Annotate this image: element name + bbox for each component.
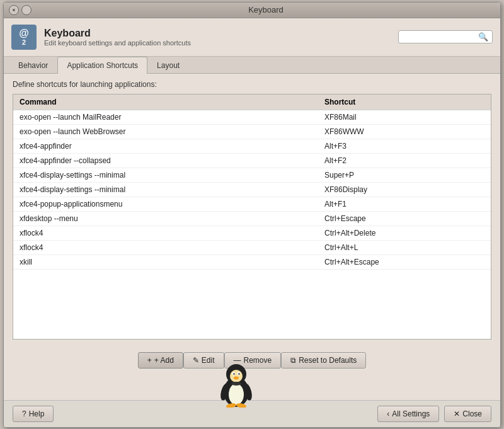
cell-shortcut: Ctrl+Alt+Escape <box>318 255 491 269</box>
app-header: @ 2 Keyboard Edit keyboard settings and … <box>4 18 500 57</box>
add-button[interactable]: + + Add <box>138 352 183 369</box>
column-shortcut: Shortcut <box>318 94 491 110</box>
app-icon: @ 2 <box>11 25 37 50</box>
app-title: Keyboard <box>44 28 191 39</box>
cell-command: xfdesktop --menu <box>13 211 318 226</box>
window-controls: × <box>9 5 32 15</box>
search-icon: 🔍 <box>478 32 488 42</box>
help-icon: ? <box>22 409 26 418</box>
cell-command: xfce4-popup-applicationsmenu <box>13 197 318 211</box>
table-body: exo-open --launch MailReaderXF86Mailexo-… <box>13 110 491 269</box>
content-description: Define shortcuts for launching applicati… <box>13 80 491 89</box>
cell-shortcut: Ctrl+Alt+Delete <box>318 226 491 240</box>
help-button[interactable]: ? Help <box>13 406 54 422</box>
table-row[interactable]: xfdesktop --menuCtrl+Escape <box>13 211 491 226</box>
cell-shortcut: XF86WWW <box>318 124 491 139</box>
app-subtitle: Edit keyboard settings and application s… <box>44 39 191 47</box>
close-icon: ✕ <box>454 409 460 418</box>
tab-application-shortcuts[interactable]: Application Shortcuts <box>57 57 147 74</box>
svg-point-11 <box>219 382 231 401</box>
cell-command: exo-open --launch MailReader <box>13 110 318 124</box>
minimize-btn[interactable] <box>21 5 32 15</box>
cell-command: xfce4-appfinder <box>13 139 318 153</box>
svg-point-10 <box>234 376 239 379</box>
cell-command: xkill <box>13 255 318 269</box>
button-row: + + Add ✎ Edit — Remove ⧉ Reset to Defau… <box>4 346 500 400</box>
close-window-btn[interactable]: × <box>9 5 19 15</box>
table-row[interactable]: xfce4-appfinderAlt+F3 <box>13 139 491 153</box>
cell-command: xflock4 <box>13 226 318 240</box>
table-row[interactable]: xflock4Ctrl+Alt+Delete <box>13 226 491 240</box>
svg-point-9 <box>239 373 240 374</box>
add-icon: + <box>147 356 152 365</box>
window-title: Keyboard <box>37 5 495 14</box>
cell-shortcut: Ctrl+Escape <box>318 211 491 226</box>
column-command: Command <box>13 94 318 110</box>
edit-icon: ✎ <box>193 356 199 365</box>
cell-shortcut: Alt+F3 <box>318 139 491 153</box>
svg-point-8 <box>234 373 235 374</box>
search-box[interactable]: 🔍 <box>398 30 493 43</box>
reset-button[interactable]: ⧉ Reset to Defaults <box>281 352 366 369</box>
footer-right: ‹ All Settings ✕ Close <box>377 406 491 422</box>
close-button[interactable]: ✕ Close <box>444 406 491 422</box>
shortcuts-table-container: Command Shortcut exo-open --launch MailR… <box>13 94 491 340</box>
table-row[interactable]: xfce4-appfinder --collapsedAlt+F2 <box>13 153 491 168</box>
table-row[interactable]: exo-open --launch WebBrowserXF86WWW <box>13 124 491 139</box>
svg-point-4 <box>232 372 236 375</box>
svg-point-3 <box>230 370 243 382</box>
cell-command: xfce4-display-settings --minimal <box>13 182 318 197</box>
remove-button[interactable]: — Remove <box>224 352 282 369</box>
table-row[interactable]: exo-open --launch MailReaderXF86Mail <box>13 110 491 124</box>
content-area: Define shortcuts for launching applicati… <box>4 74 500 346</box>
reset-icon: ⧉ <box>290 356 296 365</box>
remove-icon: — <box>234 356 241 365</box>
edit-button[interactable]: ✎ Edit <box>183 352 224 369</box>
cell-shortcut: XF86Mail <box>318 110 491 124</box>
footer: ? Help ‹ All Settings ✕ Close <box>4 400 500 427</box>
tab-bar: Behavior Application Shortcuts Layout <box>4 57 500 74</box>
tab-layout[interactable]: Layout <box>147 57 189 74</box>
svg-point-7 <box>238 373 239 374</box>
svg-point-12 <box>242 382 254 401</box>
titlebar: × Keyboard <box>4 3 500 18</box>
table-row[interactable]: xkillCtrl+Alt+Escape <box>13 255 491 269</box>
table-row[interactable]: xfce4-popup-applicationsmenuAlt+F1 <box>13 197 491 211</box>
cell-command: xfce4-display-settings --minimal <box>13 168 318 182</box>
table-row[interactable]: xfce4-display-settings --minimalSuper+P <box>13 168 491 182</box>
shortcuts-table: Command Shortcut exo-open --launch MailR… <box>13 94 491 270</box>
cell-shortcut: Alt+F1 <box>318 197 491 211</box>
main-window: × Keyboard @ 2 Keyboard Edit keyboard se… <box>3 2 501 428</box>
table-row[interactable]: xflock4Ctrl+Alt+L <box>13 240 491 255</box>
cell-shortcut: Alt+F2 <box>318 153 491 168</box>
svg-point-5 <box>238 372 241 375</box>
table-row[interactable]: xfce4-display-settings --minimalXF86Disp… <box>13 182 491 197</box>
svg-point-6 <box>233 373 234 374</box>
cell-command: xfce4-appfinder --collapsed <box>13 153 318 168</box>
cell-shortcut: XF86Display <box>318 182 491 197</box>
cell-command: exo-open --launch WebBrowser <box>13 124 318 139</box>
svg-point-15 <box>231 382 241 386</box>
table-header-row: Command Shortcut <box>13 94 491 110</box>
tab-behavior[interactable]: Behavior <box>9 57 57 74</box>
cell-shortcut: Super+P <box>318 168 491 182</box>
search-input[interactable] <box>403 33 478 42</box>
chevron-left-icon: ‹ <box>387 409 389 418</box>
cell-command: xflock4 <box>13 240 318 255</box>
header-text: Keyboard Edit keyboard settings and appl… <box>44 28 191 47</box>
cell-shortcut: Ctrl+Alt+L <box>318 240 491 255</box>
all-settings-button[interactable]: ‹ All Settings <box>377 406 439 422</box>
